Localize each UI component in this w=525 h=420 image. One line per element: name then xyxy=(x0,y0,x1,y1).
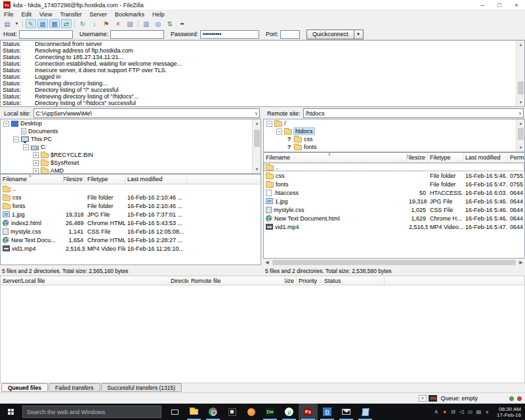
scroll-left-icon[interactable]: ◀ xyxy=(263,259,271,266)
tree-item[interactable]: +AMD xyxy=(1,167,261,174)
avast-tray-icon[interactable]: ● xyxy=(440,409,449,415)
file-row[interactable]: cssFile folder16-Feb-16 5:46...0755 xyxy=(264,171,524,180)
menu-edit[interactable]: Edit xyxy=(18,11,36,18)
tree-expander-icon[interactable]: − xyxy=(266,121,272,127)
menu-server[interactable]: Server xyxy=(86,11,112,18)
notes-icon-slot[interactable] xyxy=(356,404,375,420)
menu-transfer[interactable]: Transfer xyxy=(56,11,85,18)
taskbar-search-input[interactable]: Search the web and Windows xyxy=(22,406,161,418)
avast-icon-slot[interactable] xyxy=(242,404,261,420)
process-queue-button[interactable]: ↓ xyxy=(89,19,100,28)
scroll-up-icon[interactable]: ▲ xyxy=(516,119,525,127)
file-row[interactable]: mystyle.css1,141CSS File16-Feb-16 12:05:… xyxy=(1,227,261,236)
tree-item[interactable]: −htdocs xyxy=(264,127,524,135)
remote-site-combo[interactable]: /htdocs ∨ xyxy=(303,108,524,118)
tray-expand-icon[interactable]: ∧ xyxy=(432,409,440,415)
remote-tree-scrollbar[interactable]: ▲ ▼ xyxy=(516,119,524,152)
tree-item[interactable]: −This PC xyxy=(1,135,261,143)
port-input[interactable] xyxy=(280,30,300,39)
task-view-icon-slot[interactable] xyxy=(165,404,184,420)
toggle-queue-button[interactable]: ⇄ xyxy=(61,19,72,28)
chevron-down-icon[interactable]: ∨ xyxy=(518,111,522,116)
scroll-up-icon[interactable]: ▲ xyxy=(253,119,261,127)
queue-column-server-local-file[interactable]: Server/Local file xyxy=(1,276,169,285)
synchronized-browsing-button[interactable]: ⇅ xyxy=(165,19,175,28)
file-row[interactable]: index2.html26,489Chrome HTML...16-Feb-16… xyxy=(1,219,261,227)
scroll-right-icon[interactable]: ▶ xyxy=(517,259,525,266)
scroll-down-icon[interactable]: ▼ xyxy=(253,165,261,173)
binoculars-search-button[interactable]: ●● xyxy=(177,19,187,28)
column-header-name[interactable]: Filename∧ xyxy=(264,153,407,162)
site-manager-dropdown[interactable]: ▾ xyxy=(14,19,20,28)
queue-column-priority[interactable]: Priority xyxy=(297,276,322,285)
dreamweaver-icon-slot[interactable]: Dw xyxy=(261,404,280,420)
column-header-size[interactable]: Filesize xyxy=(64,175,85,184)
file-row[interactable]: 1.jpg19,318JPG File15-Feb-16 7:37:01 ... xyxy=(1,210,261,219)
remote-list-hscrollbar[interactable]: ◀ ▶ xyxy=(263,259,525,266)
scroll-down-icon[interactable]: ▼ xyxy=(516,144,525,152)
chevron-down-icon[interactable]: ∨ xyxy=(255,111,258,116)
brackets-icon-slot[interactable]: [] xyxy=(318,404,337,420)
speed-limit-icon[interactable]: F xyxy=(419,395,427,402)
tree-item[interactable]: +$RECYCLE.BIN xyxy=(1,151,261,159)
column-header-type[interactable]: Filetype xyxy=(428,153,463,162)
file-row[interactable]: .htaccess50HTACCESS...16-Feb-16 6:03...0… xyxy=(264,188,524,197)
queue-column-status[interactable]: Status xyxy=(322,276,385,285)
column-header-modified[interactable]: Last modified xyxy=(125,175,187,184)
filezilla-icon-slot[interactable]: Fz xyxy=(299,404,318,420)
local-tree-scrollbar[interactable]: ▲ ▼ xyxy=(252,119,261,173)
tree-expander-icon[interactable]: − xyxy=(276,129,282,135)
file-row[interactable]: 1.jpg19,318JPG File16-Feb-16 5:46...0644 xyxy=(264,197,524,205)
file-explorer-icon-slot[interactable] xyxy=(184,404,203,420)
log-scrollbar[interactable]: ▲ ▼ xyxy=(516,41,524,106)
file-row[interactable]: cssFile folder16-Feb-16 2:10:46 ... xyxy=(1,193,261,201)
file-row[interactable]: New Text Document.html1,629Chrome H...16… xyxy=(264,214,524,222)
scroll-down-icon[interactable]: ▼ xyxy=(516,98,525,106)
menu-bookmarks[interactable]: Bookmarks xyxy=(111,11,148,18)
tree-item[interactable]: −C: xyxy=(1,143,261,151)
column-header-name[interactable]: Filename∧ xyxy=(1,175,64,184)
tree-item[interactable]: ?css xyxy=(264,135,524,143)
store-icon-slot[interactable] xyxy=(222,404,242,420)
clear-queue-button[interactable]: ▨ xyxy=(125,19,135,28)
column-header-size[interactable]: Filesize xyxy=(407,153,428,162)
file-row[interactable]: mystyle.css1,025CSS File16-Feb-16 5:46..… xyxy=(264,205,524,214)
notification-icon[interactable]: ▭ xyxy=(466,409,474,415)
scroll-up-icon[interactable]: ▲ xyxy=(516,41,525,49)
password-input[interactable] xyxy=(200,30,259,39)
tree-item[interactable]: ?fonts xyxy=(264,143,524,151)
restore-button[interactable]: □ xyxy=(491,0,508,10)
file-row[interactable]: New Text Docu...1,654Chrome HTML...16-Fe… xyxy=(1,236,261,244)
refresh-button[interactable]: ↻ xyxy=(77,19,88,28)
queue-column-remote-file[interactable]: Remote file xyxy=(189,276,285,285)
username-input[interactable] xyxy=(110,30,164,39)
start-button[interactable] xyxy=(0,404,22,420)
language-indicator[interactable]: ε xyxy=(483,409,492,415)
column-header-perms[interactable]: Permissions xyxy=(508,153,525,162)
tree-expander-icon[interactable]: − xyxy=(23,144,29,150)
taskbar-clock[interactable]: 06:30 AM 17-Feb-16 xyxy=(492,406,525,418)
column-header-type[interactable]: Filetype xyxy=(85,175,125,184)
file-row[interactable]: .. xyxy=(1,184,261,193)
quickconnect-button[interactable]: Quickconnect xyxy=(306,30,354,39)
file-row[interactable]: fontsFile folder16-Feb-16 2:10:46 ... xyxy=(1,201,261,210)
site-manager-button[interactable]: ▤ xyxy=(2,19,12,28)
tab-queued-files[interactable]: Queued files xyxy=(1,383,48,392)
toggle-local-tree-button[interactable]: ▦ xyxy=(37,19,48,28)
tree-expander-icon[interactable]: + xyxy=(33,168,39,174)
utorrent-icon-slot[interactable]: µ xyxy=(280,404,299,420)
queue-column-direction[interactable]: Direction xyxy=(169,276,189,285)
queue-column-size[interactable]: Size xyxy=(285,276,297,285)
file-row[interactable]: vid1.mp42,516,558MP4 Video...16-Feb-16 5… xyxy=(264,222,524,231)
local-site-combo[interactable]: C:\AppServ\www\Me\ ∨ xyxy=(33,108,260,118)
host-input[interactable] xyxy=(19,30,73,39)
column-header-modified[interactable]: Last modified xyxy=(463,153,508,162)
quickconnect-dropdown[interactable]: ▾ xyxy=(354,30,364,39)
keyboard-icon[interactable]: ▤ xyxy=(474,409,483,415)
tree-item[interactable]: −/ xyxy=(264,119,524,127)
tree-item[interactable]: Documents xyxy=(1,127,261,135)
menu-view[interactable]: View xyxy=(35,11,56,18)
file-row[interactable]: fontsFile folder16-Feb-16 5:47...0755 xyxy=(264,180,524,188)
tree-expander-icon[interactable]: − xyxy=(3,121,9,127)
disconnect-button[interactable]: × xyxy=(113,19,123,28)
